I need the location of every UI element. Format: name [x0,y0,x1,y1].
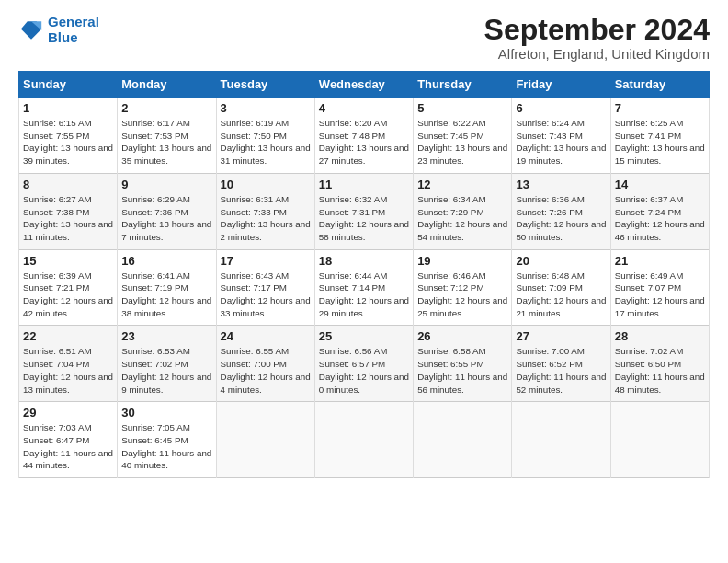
day-info: Sunrise: 6:37 AM Sunset: 7:24 PM Dayligh… [615,193,705,244]
day-number: 20 [516,254,606,268]
day-info: Sunrise: 6:27 AM Sunset: 7:38 PM Dayligh… [23,193,113,244]
day-info: Sunrise: 6:58 AM Sunset: 6:55 PM Dayligh… [417,345,507,396]
calendar-cell: 29 Sunrise: 7:03 AM Sunset: 6:47 PM Dayl… [19,402,118,478]
day-number: 14 [615,178,705,191]
calendar-cell: 4 Sunrise: 6:20 AM Sunset: 7:48 PM Dayli… [314,98,413,174]
logo-text: General Blue [48,15,99,45]
calendar-cell [610,402,709,478]
calendar-cell: 21 Sunrise: 6:49 AM Sunset: 7:07 PM Dayl… [610,249,709,326]
calendar-cell: 28 Sunrise: 7:02 AM Sunset: 6:50 PM Dayl… [610,326,709,402]
day-number: 4 [319,101,409,115]
day-info: Sunrise: 6:46 AM Sunset: 7:12 PM Dayligh… [417,270,507,320]
day-number: 11 [319,178,409,191]
day-number: 15 [23,254,113,268]
day-number: 10 [221,178,311,191]
day-number: 13 [516,178,606,191]
day-info: Sunrise: 6:48 AM Sunset: 7:09 PM Dayligh… [516,270,606,320]
day-number: 12 [417,178,507,191]
calendar-cell: 6 Sunrise: 6:24 AM Sunset: 7:43 PM Dayli… [512,98,610,174]
day-number: 9 [121,178,211,191]
day-number: 21 [615,254,705,268]
day-number: 26 [417,329,507,343]
day-info: Sunrise: 7:00 AM Sunset: 6:52 PM Dayligh… [516,345,606,396]
day-number: 22 [23,329,113,343]
header: General Blue September 2024 Alfreton, En… [18,15,710,62]
calendar-cell: 20 Sunrise: 6:48 AM Sunset: 7:09 PM Dayl… [512,249,610,326]
day-info: Sunrise: 6:39 AM Sunset: 7:21 PM Dayligh… [23,270,113,320]
day-number: 29 [23,406,113,419]
day-number: 27 [516,329,606,343]
calendar-table: Sunday Monday Tuesday Wednesday Thursday… [18,71,710,478]
day-number: 24 [221,329,311,343]
calendar-cell: 5 Sunrise: 6:22 AM Sunset: 7:45 PM Dayli… [414,98,512,174]
calendar-cell: 24 Sunrise: 6:55 AM Sunset: 7:00 PM Dayl… [216,326,314,402]
day-info: Sunrise: 6:31 AM Sunset: 7:33 PM Dayligh… [221,193,311,244]
day-info: Sunrise: 6:53 AM Sunset: 7:02 PM Dayligh… [121,345,211,396]
calendar-cell [216,402,314,478]
day-number: 1 [23,101,113,115]
calendar-cell [314,402,413,478]
calendar-cell: 2 Sunrise: 6:17 AM Sunset: 7:53 PM Dayli… [118,98,216,174]
day-info: Sunrise: 6:34 AM Sunset: 7:29 PM Dayligh… [417,193,507,244]
page: General Blue September 2024 Alfreton, En… [0,0,728,488]
day-info: Sunrise: 6:29 AM Sunset: 7:36 PM Dayligh… [121,193,211,244]
day-number: 25 [319,329,409,343]
calendar-cell [512,402,610,478]
col-thu: Thursday [414,72,512,98]
day-info: Sunrise: 6:24 AM Sunset: 7:43 PM Dayligh… [516,117,606,167]
col-fri: Friday [512,72,610,98]
day-info: Sunrise: 6:20 AM Sunset: 7:48 PM Dayligh… [319,117,409,167]
day-info: Sunrise: 6:55 AM Sunset: 7:00 PM Dayligh… [221,345,311,396]
calendar-cell: 7 Sunrise: 6:25 AM Sunset: 7:41 PM Dayli… [610,98,709,174]
logo-icon [18,17,44,43]
day-number: 16 [121,254,211,268]
day-info: Sunrise: 7:05 AM Sunset: 6:45 PM Dayligh… [121,421,211,472]
week-row-4: 29 Sunrise: 7:03 AM Sunset: 6:47 PM Dayl… [19,402,710,478]
title-section: September 2024 Alfreton, England, United… [484,15,710,62]
header-row: Sunday Monday Tuesday Wednesday Thursday… [19,72,710,98]
week-row-2: 15 Sunrise: 6:39 AM Sunset: 7:21 PM Dayl… [19,249,710,326]
col-tue: Tuesday [216,72,314,98]
logo: General Blue [18,15,99,45]
day-number: 3 [221,101,311,115]
day-info: Sunrise: 7:02 AM Sunset: 6:50 PM Dayligh… [615,345,705,396]
calendar-cell: 15 Sunrise: 6:39 AM Sunset: 7:21 PM Dayl… [19,249,118,326]
week-row-3: 22 Sunrise: 6:51 AM Sunset: 7:04 PM Dayl… [19,326,710,402]
calendar-cell: 17 Sunrise: 6:43 AM Sunset: 7:17 PM Dayl… [216,249,314,326]
week-row-1: 8 Sunrise: 6:27 AM Sunset: 7:38 PM Dayli… [19,173,710,249]
calendar-cell: 12 Sunrise: 6:34 AM Sunset: 7:29 PM Dayl… [414,173,512,249]
calendar-cell: 26 Sunrise: 6:58 AM Sunset: 6:55 PM Dayl… [414,326,512,402]
day-info: Sunrise: 6:49 AM Sunset: 7:07 PM Dayligh… [615,270,705,320]
calendar-cell: 18 Sunrise: 6:44 AM Sunset: 7:14 PM Dayl… [314,249,413,326]
day-number: 28 [615,329,705,343]
calendar-cell [414,402,512,478]
day-info: Sunrise: 6:15 AM Sunset: 7:55 PM Dayligh… [23,117,113,167]
calendar-body: 1 Sunrise: 6:15 AM Sunset: 7:55 PM Dayli… [19,98,710,478]
day-info: Sunrise: 6:36 AM Sunset: 7:26 PM Dayligh… [516,193,606,244]
calendar-cell: 27 Sunrise: 7:00 AM Sunset: 6:52 PM Dayl… [512,326,610,402]
calendar-cell: 22 Sunrise: 6:51 AM Sunset: 7:04 PM Dayl… [19,326,118,402]
day-info: Sunrise: 6:32 AM Sunset: 7:31 PM Dayligh… [319,193,409,244]
day-info: Sunrise: 6:25 AM Sunset: 7:41 PM Dayligh… [615,117,705,167]
day-number: 17 [221,254,311,268]
calendar-header: Sunday Monday Tuesday Wednesday Thursday… [19,72,710,98]
calendar-cell: 1 Sunrise: 6:15 AM Sunset: 7:55 PM Dayli… [19,98,118,174]
day-number: 2 [121,101,211,115]
col-sun: Sunday [19,72,118,98]
calendar-cell: 3 Sunrise: 6:19 AM Sunset: 7:50 PM Dayli… [216,98,314,174]
day-number: 8 [23,178,113,191]
calendar-cell: 23 Sunrise: 6:53 AM Sunset: 7:02 PM Dayl… [118,326,216,402]
day-number: 7 [615,101,705,115]
calendar-cell: 25 Sunrise: 6:56 AM Sunset: 6:57 PM Dayl… [314,326,413,402]
calendar-cell: 13 Sunrise: 6:36 AM Sunset: 7:26 PM Dayl… [512,173,610,249]
day-info: Sunrise: 6:56 AM Sunset: 6:57 PM Dayligh… [319,345,409,396]
calendar-cell: 30 Sunrise: 7:05 AM Sunset: 6:45 PM Dayl… [118,402,216,478]
day-number: 5 [417,101,507,115]
day-info: Sunrise: 6:41 AM Sunset: 7:19 PM Dayligh… [121,270,211,320]
day-number: 19 [417,254,507,268]
calendar-cell: 19 Sunrise: 6:46 AM Sunset: 7:12 PM Dayl… [414,249,512,326]
day-number: 18 [319,254,409,268]
day-info: Sunrise: 6:22 AM Sunset: 7:45 PM Dayligh… [417,117,507,167]
calendar-cell: 14 Sunrise: 6:37 AM Sunset: 7:24 PM Dayl… [610,173,709,249]
calendar-cell: 11 Sunrise: 6:32 AM Sunset: 7:31 PM Dayl… [314,173,413,249]
